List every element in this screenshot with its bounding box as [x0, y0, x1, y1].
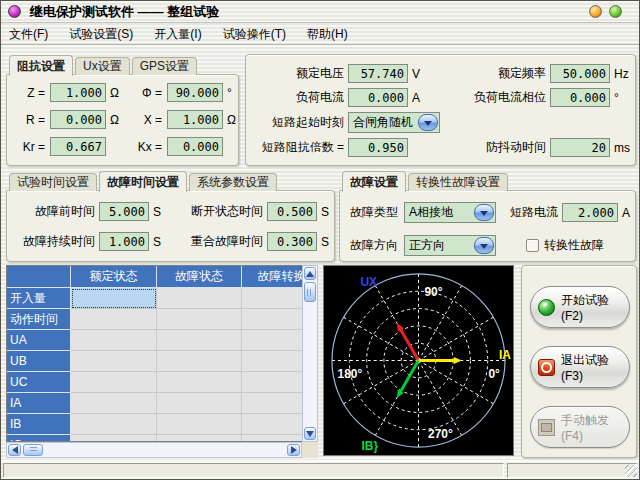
table-cell[interactable] [71, 351, 157, 372]
debounce-time-input[interactable] [550, 138, 610, 157]
label-90deg: 90° [424, 285, 442, 299]
reclose-fault-time-input[interactable] [267, 232, 317, 251]
rated-frequency-label: 额定频率 [432, 65, 546, 82]
fault-direction-dropdown[interactable]: 正方向 [404, 235, 496, 256]
table-row: UA [7, 330, 302, 351]
table-cell[interactable] [157, 288, 242, 309]
table-cell[interactable] [71, 372, 157, 393]
r-input[interactable] [50, 110, 106, 129]
table-cell[interactable] [71, 435, 157, 442]
table-cell[interactable] [157, 393, 242, 414]
x-input[interactable] [167, 110, 223, 129]
z-input[interactable] [50, 83, 106, 102]
table-cell[interactable] [71, 309, 157, 330]
table-cell[interactable] [157, 435, 242, 442]
exit-test-button[interactable]: 退出试验(F3) [530, 346, 630, 388]
table-row: 开入量 [7, 288, 302, 309]
label-ux: UX [360, 275, 377, 289]
column-header[interactable]: 故障状态 [157, 266, 242, 288]
table-cell[interactable] [242, 414, 302, 435]
close-orb-button[interactable] [609, 5, 622, 18]
manual-trigger-button: 手动触发(F4) [530, 406, 630, 448]
tab-gps-settings[interactable]: GPS设置 [132, 57, 197, 75]
kr-input[interactable] [50, 137, 106, 156]
vertical-scroll-thumb[interactable] [304, 282, 316, 302]
fault-type-dropdown[interactable]: A相接地 [404, 202, 496, 223]
table-cell[interactable] [242, 288, 302, 309]
table-cell[interactable] [242, 372, 302, 393]
reclose-fault-time-label: 重合故障时间 [167, 233, 263, 250]
table-cell[interactable] [242, 309, 302, 330]
table-cell[interactable] [71, 393, 157, 414]
label-ia: IA [499, 348, 511, 362]
minimize-orb-button[interactable] [589, 5, 602, 18]
row-label: IA [7, 393, 71, 414]
tab-convertible-fault-settings[interactable]: 转换性故障设置 [408, 173, 508, 191]
table-cell[interactable] [157, 414, 242, 435]
x-label: X = [128, 113, 162, 127]
kx-input[interactable] [167, 137, 223, 156]
scroll-left-button[interactable] [8, 444, 21, 456]
table-cell[interactable] [157, 330, 242, 351]
rated-voltage-input[interactable] [348, 64, 408, 83]
table-cell[interactable] [242, 351, 302, 372]
menu-item-help[interactable]: 帮助(H) [307, 26, 348, 43]
load-current-phase-input[interactable] [550, 88, 610, 107]
table-cell[interactable] [71, 414, 157, 435]
rated-voltage-unit: V [412, 67, 432, 81]
status-section-right [507, 463, 637, 478]
impedance-multiplier-input[interactable] [348, 138, 408, 157]
fault-direction-value: 正方向 [405, 237, 474, 254]
vector-chart-svg: UX 90° IA 0° 180° 270° IB} [324, 266, 513, 455]
tab-impedance-settings[interactable]: 阻抗设置 [9, 55, 73, 76]
column-header[interactable]: 故障转换 [242, 266, 302, 288]
x-unit: Ω [227, 113, 236, 127]
vertical-scrollbar[interactable] [302, 265, 318, 442]
horizontal-scroll-thumb[interactable] [23, 444, 43, 456]
tab-fault-settings[interactable]: 故障设置 [342, 171, 406, 192]
fault-duration-input[interactable] [99, 232, 149, 251]
table-cell[interactable] [157, 372, 242, 393]
open-state-time-label: 断开状态时间 [167, 203, 263, 220]
rated-frequency-unit: Hz [614, 67, 629, 81]
load-current-phase-unit: ° [614, 91, 619, 105]
table-cell[interactable] [157, 309, 242, 330]
table-cell-selected[interactable] [71, 288, 157, 309]
tab-ux-settings[interactable]: Ux设置 [75, 57, 130, 75]
load-current-input[interactable] [348, 88, 408, 107]
arrow-right-icon [291, 446, 301, 454]
phi-input[interactable] [167, 83, 223, 102]
table-cell[interactable] [71, 330, 157, 351]
menu-item-input-quantity[interactable]: 开入量(I) [154, 26, 201, 43]
table-cell[interactable] [242, 330, 302, 351]
table-cell[interactable] [157, 351, 242, 372]
open-state-time-input[interactable] [267, 202, 317, 221]
menu-item-test-operation[interactable]: 试验操作(T) [223, 26, 286, 43]
menu-item-test-settings[interactable]: 试验设置(S) [69, 26, 133, 43]
arrow-up-icon [306, 267, 314, 277]
tab-system-param-settings[interactable]: 系统参数设置 [189, 173, 277, 191]
menu-item-file[interactable]: 文件(F) [9, 26, 48, 43]
tab-fault-time-settings[interactable]: 故障时间设置 [99, 171, 187, 192]
status-table-grid: 额定状态 故障状态 故障转换 开入量 动作时间 UA [6, 265, 302, 442]
scroll-right-button[interactable] [287, 444, 300, 456]
scroll-down-button[interactable] [304, 427, 316, 440]
pre-fault-time-input[interactable] [99, 202, 149, 221]
start-test-button[interactable]: 开始试验(F2) [530, 286, 630, 328]
dropdown-button[interactable] [474, 204, 494, 221]
dropdown-button[interactable] [418, 114, 438, 131]
tab-test-time-settings[interactable]: 试验时间设置 [9, 173, 97, 191]
dropdown-button[interactable] [474, 237, 494, 254]
short-circuit-current-input[interactable] [562, 203, 618, 222]
short-circuit-start-dropdown[interactable]: 合闸角随机 [348, 112, 440, 133]
table-cell[interactable] [242, 435, 302, 442]
debounce-time-label: 防抖动时间 [432, 139, 546, 156]
scroll-up-button[interactable] [304, 267, 316, 280]
horizontal-scrollbar[interactable] [6, 442, 302, 458]
convertible-fault-checkbox[interactable] [526, 239, 539, 252]
row-label: 动作时间 [7, 309, 71, 330]
column-header[interactable]: 额定状态 [71, 266, 157, 288]
table-cell[interactable] [242, 393, 302, 414]
rated-frequency-input[interactable] [550, 64, 610, 83]
resize-grip-icon[interactable] [625, 465, 637, 477]
